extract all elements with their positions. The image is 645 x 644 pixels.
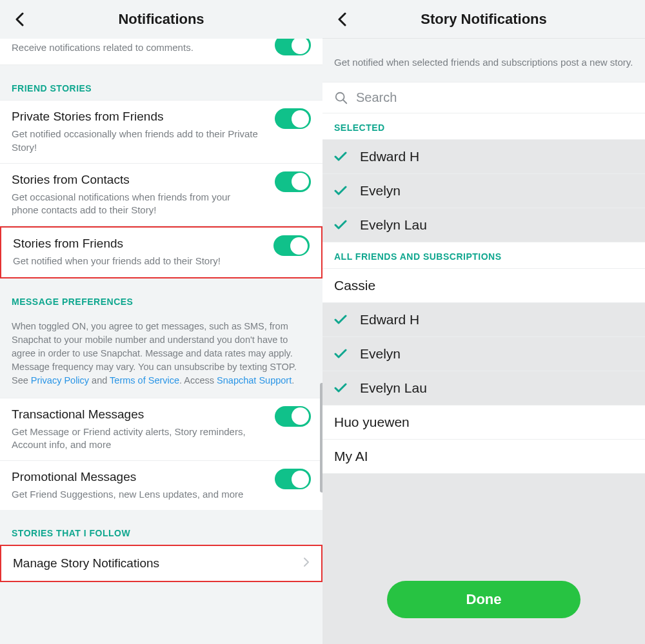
promotional-toggle[interactable] (275, 469, 311, 489)
friends-stories-row[interactable]: Stories from Friends Get notified when y… (0, 226, 322, 278)
selected-friend-row[interactable]: Evelyn Lau (322, 208, 645, 242)
all-friend-row[interactable]: Cassie (322, 269, 645, 303)
story-notifications-panel: Story Notifications Get notified when se… (322, 0, 645, 644)
friend-name: Evelyn Lau (360, 217, 427, 233)
check-icon-wrap (334, 184, 347, 197)
contacts-stories-sub: Get occasional notifications when friend… (12, 191, 311, 217)
friend-name: Evelyn Lau (360, 380, 427, 396)
left-content[interactable]: Receive notifications related to comment… (0, 39, 322, 644)
all-list: CassieEdward HEvelynEvelyn LauHuo yuewen… (322, 269, 645, 474)
check-icon-wrap (334, 313, 347, 326)
notifications-panel: Notifications Receive notifications rela… (0, 0, 322, 644)
back-button[interactable] (12, 12, 27, 27)
stories-follow-header: STORIES THAT I FOLLOW (0, 510, 322, 545)
privacy-policy-link[interactable]: Privacy Policy (31, 375, 89, 385)
check-icon-wrap (334, 347, 347, 360)
done-button[interactable]: Done (387, 581, 580, 618)
contacts-stories-title: Stories from Contacts (12, 173, 311, 187)
all-header: ALL FRIENDS AND SUBSCRIPTIONS (322, 242, 645, 269)
chevron-right-icon (303, 557, 310, 570)
transactional-sub: Get Message or Friend activity alerts, S… (12, 425, 311, 452)
private-stories-row[interactable]: Private Stories from Friends Get notifie… (0, 100, 322, 164)
search-row[interactable] (322, 82, 645, 113)
friends-stories-toggle[interactable] (273, 235, 310, 256)
friend-name: Edward H (360, 149, 419, 164)
friend-name: Cassie (334, 278, 375, 293)
private-stories-toggle[interactable] (275, 108, 311, 129)
all-friend-row[interactable]: Evelyn (322, 337, 645, 371)
friends-stories-title: Stories from Friends (13, 237, 310, 251)
selected-list: Edward HEvelynEvelyn Lau (322, 140, 645, 242)
promotional-row[interactable]: Promotional Messages Get Friend Suggesti… (0, 461, 322, 510)
promotional-sub: Get Friend Suggestions, new Lens updates… (12, 488, 311, 501)
chevron-left-icon (337, 12, 346, 26)
right-sub: Get notified when selected friends and s… (322, 39, 645, 82)
all-friend-row[interactable]: Huo yuewen (322, 405, 645, 440)
transactional-row[interactable]: Transactional Messages Get Message or Fr… (0, 398, 322, 462)
check-icon (334, 315, 347, 325)
comments-row[interactable]: Receive notifications related to comment… (0, 39, 322, 65)
tos-link[interactable]: Terms of Service (110, 375, 179, 385)
right-content[interactable]: Get notified when selected friends and s… (322, 39, 645, 644)
friend-name: Evelyn (360, 183, 401, 199)
search-input[interactable] (356, 90, 633, 105)
comments-sub: Receive notifications related to comment… (12, 41, 311, 54)
search-icon (334, 91, 348, 105)
message-prefs-header: MESSAGE PREFERENCES (0, 278, 322, 313)
left-title: Notifications (118, 11, 204, 28)
check-icon (334, 220, 347, 230)
transactional-title: Transactional Messages (12, 407, 311, 422)
friend-name: Huo yuewen (334, 415, 410, 430)
chevron-left-icon (15, 12, 24, 26)
svg-line-1 (343, 99, 347, 103)
manage-story-row[interactable]: Manage Story Notifications (0, 545, 322, 582)
manage-story-label: Manage Story Notifications (13, 556, 159, 571)
all-friend-row[interactable]: My AI (322, 440, 645, 474)
right-header: Story Notifications (322, 0, 645, 39)
all-friend-row[interactable]: Evelyn Lau (322, 371, 645, 405)
check-icon-wrap (334, 219, 347, 231)
private-stories-sub: Get notified occasionally when friends a… (12, 128, 311, 154)
check-icon (334, 383, 347, 393)
right-title: Story Notifications (421, 11, 547, 28)
transactional-toggle[interactable] (275, 406, 311, 427)
friends-stories-sub: Get notified when your friends add to th… (13, 255, 310, 268)
check-icon (334, 186, 347, 196)
selected-friend-row[interactable]: Edward H (322, 140, 645, 174)
check-icon (334, 349, 347, 359)
done-bar: Done (322, 569, 645, 644)
support-link[interactable]: Snapchat Support (217, 375, 292, 385)
promotional-title: Promotional Messages (12, 470, 311, 484)
message-prefs-info: When toggled ON, you agree to get messag… (0, 313, 322, 398)
check-icon (334, 151, 347, 162)
friend-name: Edward H (360, 312, 419, 327)
back-button-right[interactable] (334, 12, 350, 27)
friend-stories-header: FRIEND STORIES (0, 65, 322, 100)
check-icon-wrap (334, 382, 347, 395)
check-icon-wrap (334, 150, 347, 163)
friend-name: My AI (334, 449, 368, 464)
friend-name: Evelyn (360, 346, 401, 362)
selected-friend-row[interactable]: Evelyn (322, 174, 645, 208)
all-friend-row[interactable]: Edward H (322, 303, 645, 337)
contacts-stories-toggle[interactable] (275, 171, 311, 192)
private-stories-title: Private Stories from Friends (12, 110, 311, 124)
selected-header: SELECTED (322, 113, 645, 140)
comments-toggle[interactable] (275, 39, 311, 55)
contacts-stories-row[interactable]: Stories from Contacts Get occasional not… (0, 164, 322, 227)
left-header: Notifications (0, 0, 322, 39)
